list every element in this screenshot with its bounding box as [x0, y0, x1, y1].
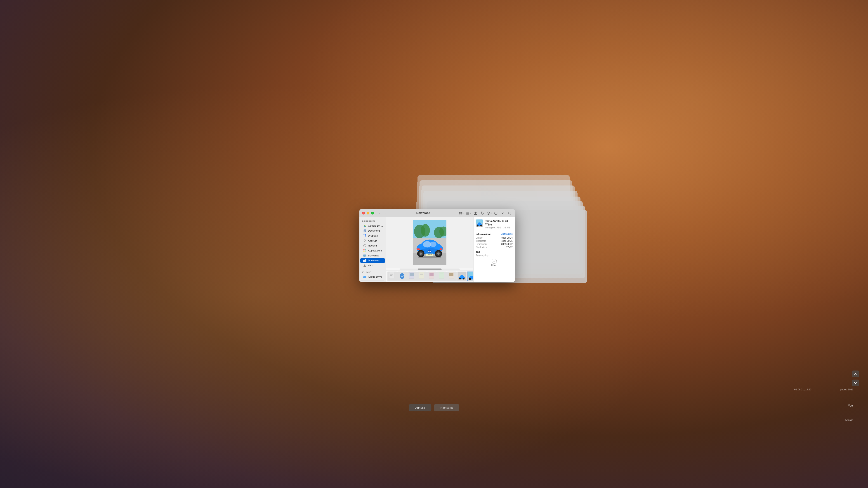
- window-title: Download: [389, 211, 458, 215]
- svg-point-15: [488, 213, 489, 214]
- svg-text:VW: VW: [428, 250, 432, 253]
- svg-point-23: [364, 240, 365, 241]
- minimize-button[interactable]: [367, 212, 369, 215]
- download-folder-icon: [363, 259, 367, 262]
- sidebar-item-alex[interactable]: alex: [360, 263, 385, 268]
- tag-label: Tag: [476, 250, 513, 253]
- risoluzione-value: 72×72: [506, 246, 513, 249]
- google-drive-label: Google Drive: [368, 224, 383, 227]
- google-drive-icon: [363, 224, 367, 228]
- svg-rect-67: [420, 273, 423, 274]
- thumbnail-3[interactable]: [407, 271, 417, 281]
- svg-point-45: [430, 241, 436, 247]
- svg-rect-60: [389, 272, 394, 279]
- thumbnail-9[interactable]: [467, 271, 473, 281]
- svg-point-55: [420, 252, 422, 255]
- svg-rect-52: [440, 248, 442, 250]
- file-name: Photo Apr 09, 15 33 37.jpg: [485, 219, 513, 226]
- content-area: VW ABC 123: [386, 217, 515, 282]
- sidebar-item-google-drive[interactable]: Google Drive: [360, 223, 385, 228]
- dimensioni-row: Dimensioni 3024×4032: [476, 243, 513, 246]
- search-icon[interactable]: [507, 210, 512, 216]
- scroll-up-arrow[interactable]: [852, 370, 859, 377]
- svg-rect-68: [420, 274, 423, 275]
- forward-button[interactable]: ›: [383, 211, 388, 215]
- scroll-down-arrow[interactable]: [852, 380, 859, 386]
- svg-rect-74: [450, 273, 454, 276]
- svg-point-90: [477, 225, 478, 226]
- thumbnail-2[interactable]: [397, 271, 407, 281]
- scrollbar-thumb[interactable]: [418, 268, 442, 270]
- scrivania-icon: [363, 254, 367, 257]
- svg-point-37: [421, 224, 430, 236]
- modificato-value: oggi, 20:25: [501, 240, 513, 242]
- svg-rect-66: [419, 272, 424, 279]
- icloud-drive-label: iCloud Drive: [368, 275, 382, 278]
- svg-rect-20: [364, 230, 366, 230]
- thumbnail-8[interactable]: [457, 271, 467, 281]
- sidebar-item-icloud-drive[interactable]: iCloud Drive: [360, 274, 385, 279]
- dropbox-label: Dropbox: [368, 234, 378, 237]
- chevron-down-icon[interactable]: [500, 210, 505, 216]
- svg-rect-11: [467, 214, 468, 215]
- sidebar-item-download[interactable]: Download: [360, 258, 385, 263]
- sidebar-divider-1: [361, 269, 384, 269]
- svg-rect-2: [459, 213, 461, 215]
- scrivania-label: Scrivania: [368, 254, 379, 257]
- file-thumbnail-icon: [476, 219, 483, 227]
- help-icon[interactable]: ?: [493, 210, 499, 216]
- maximize-button[interactable]: [371, 212, 374, 215]
- svg-rect-51: [417, 248, 420, 250]
- thumbnail-4[interactable]: [417, 271, 427, 281]
- thumbnail-5[interactable]: [427, 271, 437, 281]
- risoluzione-row: Risoluzione 72×72: [476, 246, 513, 249]
- restore-button[interactable]: Ripristina: [434, 404, 459, 411]
- finder-window: ‹ › Download: [360, 209, 515, 282]
- thumbnail-7[interactable]: [447, 271, 457, 281]
- cancel-button[interactable]: Annulla: [409, 404, 431, 411]
- documenti-icon: [363, 229, 367, 232]
- tag-input[interactable]: Aggiungi tag...: [476, 254, 513, 256]
- action-icon[interactable]: [487, 210, 492, 216]
- dimensioni-value: 3024×4032: [501, 243, 513, 246]
- mostra-altro-link[interactable]: Mostra altro: [501, 233, 513, 235]
- giugno-label: giugno 2021: [839, 388, 853, 391]
- thumbnail-6[interactable]: [437, 271, 447, 281]
- back-button[interactable]: ‹: [377, 211, 382, 215]
- sidebar-item-dropbox[interactable]: Dropbox: [360, 233, 385, 238]
- thumbnail-1[interactable]: [388, 271, 397, 281]
- svg-point-91: [480, 225, 482, 226]
- info-section-header: Informazioni Mostra altro: [476, 233, 513, 235]
- icloud-section-label: iCloud: [360, 270, 386, 274]
- share-icon[interactable]: [473, 210, 478, 216]
- recenti-icon: [363, 244, 367, 248]
- tag-icon[interactable]: [480, 210, 485, 216]
- view-toggle-icon[interactable]: [459, 210, 465, 216]
- car-svg: VW ABC 123: [413, 220, 446, 265]
- close-button[interactable]: [362, 212, 365, 215]
- file-type: Immagine JPEG - 3,9 MB: [485, 226, 513, 229]
- horizontal-scrollbar[interactable]: [400, 268, 460, 270]
- applicazioni-icon: [363, 249, 367, 252]
- sidebar-item-applicazioni[interactable]: Applicazioni: [360, 248, 385, 253]
- svg-rect-27: [363, 251, 365, 252]
- sidebar-item-documenti[interactable]: Documenti: [360, 228, 385, 233]
- sidebar-item-airdrop[interactable]: AirDrop: [360, 238, 385, 243]
- svg-text:ABC 123: ABC 123: [428, 254, 432, 256]
- posizioni-section-label: Posizioni: [360, 281, 386, 282]
- scrollbar-container[interactable]: [386, 268, 473, 270]
- alex-label: alex: [368, 264, 373, 267]
- svg-rect-7: [466, 213, 467, 214]
- altro-button[interactable]: + Altro...: [476, 259, 513, 267]
- grid-view-icon[interactable]: [466, 210, 471, 216]
- svg-rect-21: [364, 231, 366, 231]
- dropbox-icon: [363, 234, 367, 237]
- preferiti-section-label: Preferiti: [360, 219, 386, 223]
- svg-rect-0: [459, 212, 461, 213]
- alex-icon: [363, 264, 367, 267]
- sidebar-item-recenti[interactable]: Recenti: [360, 243, 385, 248]
- svg-rect-4: [466, 212, 467, 213]
- adesso-label: Adesso: [845, 419, 853, 421]
- sidebar-item-scrivania[interactable]: Scrivania: [360, 253, 385, 258]
- svg-rect-22: [364, 231, 365, 231]
